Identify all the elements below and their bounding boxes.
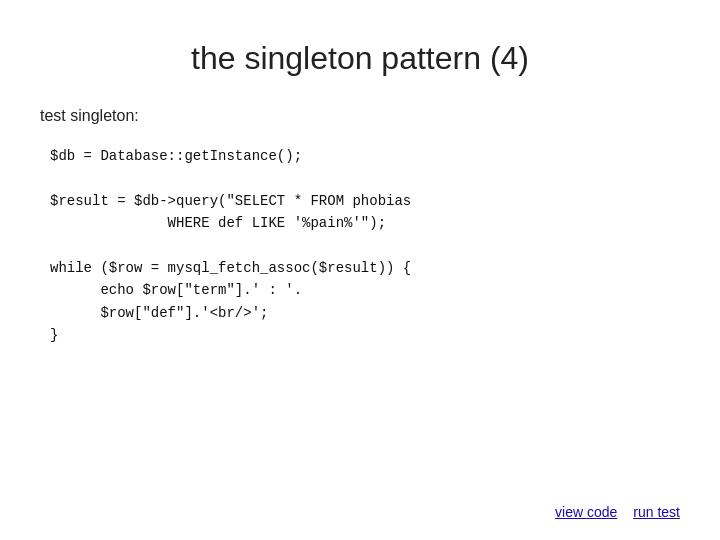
footer-links: view code run test [555, 504, 680, 520]
code-line-4: WHERE def LIKE '%pain%'"); [50, 212, 680, 234]
code-line-7: echo $row["term"].' : '. [50, 279, 680, 301]
code-line-3: $result = $db->query("SELECT * FROM phob… [50, 190, 680, 212]
page-title: the singleton pattern (4) [40, 40, 680, 77]
section-label: test singleton: [40, 107, 680, 125]
code-line-8: $row["def"].'<br/>'; [50, 302, 680, 324]
code-line-6: while ($row = mysql_fetch_assoc($result)… [50, 257, 680, 279]
run-test-link[interactable]: run test [633, 504, 680, 520]
code-block: $db = Database::getInstance(); $result =… [50, 145, 680, 347]
code-line-1: $db = Database::getInstance(); [50, 145, 680, 167]
code-line-5 [50, 235, 680, 257]
view-code-link[interactable]: view code [555, 504, 617, 520]
code-line-2 [50, 167, 680, 189]
code-line-9: } [50, 324, 680, 346]
page-container: the singleton pattern (4) test singleton… [0, 0, 720, 540]
